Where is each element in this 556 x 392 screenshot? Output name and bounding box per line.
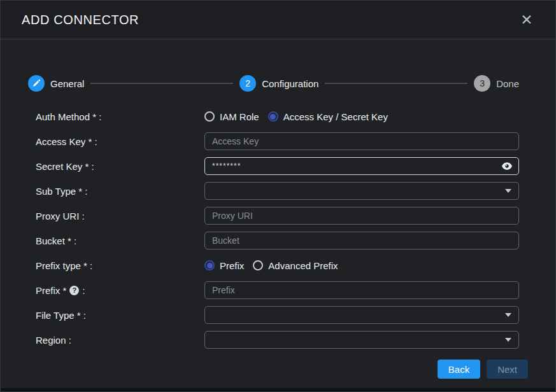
auth-method-radio-group: IAM Role Access Key / Secret Key [204, 111, 388, 122]
close-icon[interactable]: ✕ [517, 10, 536, 29]
step-3-badge: 3 [474, 75, 490, 92]
step-general[interactable]: General [28, 75, 84, 92]
region-row: Region : [36, 331, 519, 349]
prefix-label: Prefix * ? : [36, 285, 204, 296]
secret-key-input[interactable] [204, 157, 519, 175]
dialog-bottom-edge [1, 388, 555, 391]
file-type-label: File Type * : [36, 310, 204, 321]
connector-form: Auth Method * : IAM Role Access Key / Se… [36, 108, 519, 356]
prefix-input[interactable] [204, 281, 519, 299]
radio-unchecked-icon [253, 260, 263, 270]
step-connector-line [90, 83, 233, 84]
secret-key-row: Secret Key * : [36, 157, 519, 175]
radio-iam-role[interactable]: IAM Role [204, 111, 259, 122]
chevron-down-icon [505, 189, 511, 193]
bucket-label: Bucket * : [36, 235, 204, 246]
access-key-row: Access Key * : [36, 132, 519, 150]
radio-unchecked-icon [204, 111, 215, 122]
auth-method-label: Auth Method * : [36, 111, 204, 122]
step-2-badge: 2 [239, 75, 256, 92]
access-key-input[interactable] [204, 132, 519, 150]
radio-checked-icon [268, 111, 278, 122]
wizard-stepper: General 2 Configuration 3 Done [28, 75, 519, 92]
radio-access-key-secret-key[interactable]: Access Key / Secret Key [268, 111, 388, 122]
next-button[interactable]: Next [487, 360, 528, 379]
region-label: Region : [36, 335, 204, 346]
step-done: 3 Done [474, 75, 519, 92]
file-type-row: File Type * : [36, 306, 519, 324]
add-connector-dialog: ADD CONNECTOR ✕ General 2 Configuration … [0, 0, 556, 392]
radio-prefix[interactable]: Prefix [204, 260, 244, 271]
sub-type-select[interactable] [204, 182, 519, 200]
bucket-input[interactable] [204, 232, 519, 249]
step-configuration[interactable]: 2 Configuration [239, 75, 318, 92]
prefix-type-row: Prefix type * : Prefix Advanced Prefix [36, 256, 519, 274]
step-connector-line [325, 83, 467, 84]
bucket-row: Bucket * : [36, 232, 519, 249]
prefix-type-label: Prefix type * : [36, 260, 204, 271]
help-icon[interactable]: ? [69, 286, 79, 295]
proxy-uri-input[interactable] [204, 207, 519, 225]
secret-key-label: Secret Key * : [36, 161, 204, 172]
dialog-title: ADD CONNECTOR [22, 13, 139, 27]
auth-method-row: Auth Method * : IAM Role Access Key / Se… [36, 108, 519, 125]
prefix-row: Prefix * ? : [36, 281, 519, 299]
region-select[interactable] [204, 331, 519, 349]
radio-checked-icon [204, 260, 215, 270]
proxy-uri-row: Proxy URI : [36, 207, 519, 225]
access-key-label: Access Key * : [36, 136, 204, 147]
chevron-down-icon [505, 313, 511, 317]
dialog-header: ADD CONNECTOR ✕ [1, 1, 555, 39]
file-type-select[interactable] [204, 306, 519, 324]
radio-advanced-prefix[interactable]: Advanced Prefix [253, 260, 338, 271]
step-configuration-label: Configuration [262, 78, 318, 89]
step-done-label: Done [496, 78, 519, 89]
sub-type-row: Sub Type * : [36, 182, 519, 200]
pencil-icon [28, 75, 45, 92]
chevron-down-icon [505, 338, 511, 342]
prefix-type-radio-group: Prefix Advanced Prefix [204, 260, 338, 271]
eye-icon[interactable] [501, 162, 513, 171]
proxy-uri-label: Proxy URI : [36, 211, 204, 221]
back-button[interactable]: Back [438, 360, 480, 379]
step-general-label: General [50, 78, 84, 89]
dialog-footer: Back Next [1, 360, 528, 379]
sub-type-label: Sub Type * : [36, 186, 204, 197]
